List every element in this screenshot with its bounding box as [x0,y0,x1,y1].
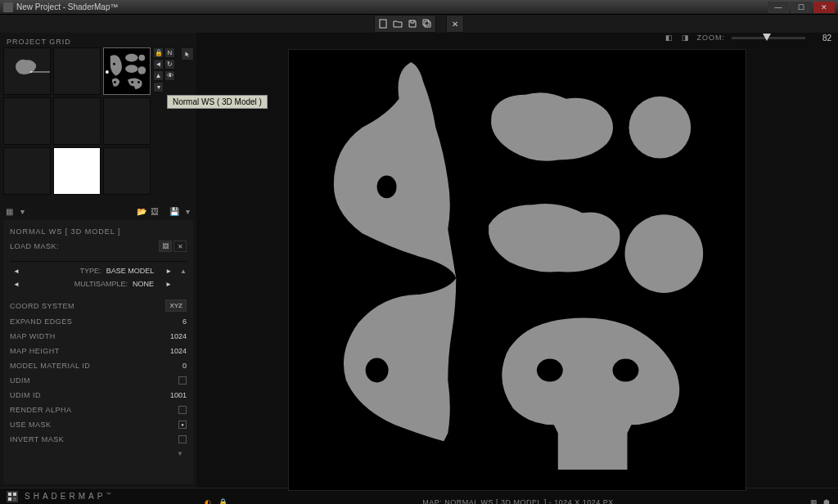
map-info-text: MAP: NORMAL WS [ 3D MODEL ] - 1024 X 102… [422,498,613,504]
zoom-value: 82 [812,34,831,43]
map-height-label: MAP HEIGHT [10,347,60,355]
grid-cell-2-0[interactable] [3,147,51,195]
svg-point-18 [537,359,563,382]
invert-mask-label: INVERT MASK [10,435,64,443]
svg-point-11 [137,81,140,83]
menu-icon[interactable]: ▾ [153,82,164,92]
multisample-value: NONE [133,280,162,288]
grid-cell-2-1[interactable] [53,147,101,195]
grid-cell-1-0[interactable] [3,97,51,145]
grid-cell-tooltip: Normal WS ( 3D Model ) [167,95,268,109]
save-button[interactable] [406,17,419,30]
map-canvas[interactable] [288,49,746,491]
svg-rect-22 [8,497,11,501]
grid-side-tools: 🔒 N ◄ ↻ ▲ 👁 ▾ [153,47,175,197]
properties-panel: NORMAL WS [ 3D MODEL ] LOAD MASK: 🖼 ✕ ◄ … [3,220,193,484]
model-material-value[interactable]: 0 [182,362,187,370]
expand-edges-value[interactable]: 6 [182,317,187,326]
props-dropdown-icon[interactable]: ▾ [182,205,193,217]
udim-label: UDIM [10,376,30,385]
svg-point-6 [138,55,145,61]
svg-point-17 [625,214,704,293]
app-logo-icon[interactable] [7,491,18,502]
svg-point-4 [113,63,115,65]
titlebar: New Project - ShaderMap™ — ☐ ✕ [0,0,838,15]
zoom-slider[interactable] [732,37,805,39]
map-width-label: MAP WIDTH [10,332,56,340]
udim-id-value[interactable]: 1001 [170,391,187,399]
viewport-mode-2d[interactable]: ▦ [809,497,818,504]
udim-checkbox[interactable] [178,376,187,385]
window-title: New Project - ShaderMap™ [16,2,768,11]
properties-title: NORMAL WS [ 3D MODEL ] [10,225,187,238]
settings-button[interactable]: ✕ [448,17,462,30]
folder-open-icon[interactable]: 📂 [136,205,147,217]
grid-view-icon[interactable]: ▦ [3,205,15,217]
open-file-button[interactable] [391,17,404,30]
multisample-prev-arrow[interactable]: ◄ [10,281,23,288]
expand-edges-label: EXPAND EDGES [10,317,72,326]
grid-cell-1-1[interactable] [53,97,101,145]
app-icon [3,2,13,12]
svg-point-10 [131,81,133,83]
model-material-label: MODEL MATERIAL ID [10,362,90,370]
color-indicator-icon[interactable]: ◐ [203,497,213,504]
project-grid-label: PROJECT GRID [3,36,193,47]
new-file-button[interactable] [376,17,390,30]
brand-text: SHADERMAP™ [25,492,110,501]
viewport: ◧ ◨ ZOOM: 82 [196,33,838,488]
dropdown-icon[interactable]: ▾ [16,205,28,217]
type-value: BASE MODEL [106,267,163,275]
back-icon[interactable]: ◄ [153,59,164,70]
viewport-tool-2[interactable]: ◨ [681,33,691,43]
lock-icon[interactable]: 🔒 [153,47,164,58]
svg-point-7 [125,65,137,73]
zoom-label: ZOOM: [697,34,726,42]
svg-rect-23 [13,497,16,501]
multisample-next-arrow[interactable]: ► [162,281,175,288]
svg-rect-20 [8,493,11,496]
grid-cell-2-2[interactable] [103,147,151,195]
type-label: TYPE: [23,267,106,275]
udim-id-label: UDIM ID [10,391,41,399]
render-alpha-checkbox[interactable] [178,406,187,414]
main-toolbar: ✕ [0,15,838,33]
maximize-button[interactable]: ☐ [791,2,812,13]
grid-cell-0-2[interactable] [103,47,151,95]
coord-system-value[interactable]: XYZ [165,299,187,312]
cursor-tool[interactable] [181,47,194,61]
close-button[interactable]: ✕ [813,2,835,13]
use-mask-checkbox[interactable] [178,421,187,429]
grid-cell-1-2[interactable] [103,97,151,145]
load-mask-label: LOAD MASK: [10,242,59,250]
minimize-button[interactable]: — [768,2,789,13]
viewport-tool-1[interactable]: ◧ [665,33,674,43]
load-mask-button[interactable]: 🖼 [159,241,172,252]
save-all-button[interactable] [421,17,434,30]
lock-footer-icon[interactable]: 🔒 [218,497,228,504]
invert-mask-checkbox[interactable] [178,435,187,443]
map-height-value[interactable]: 1024 [170,347,187,355]
svg-point-9 [114,81,116,83]
expand-properties-arrow[interactable]: ▼ [10,447,187,461]
svg-point-8 [138,66,146,74]
grid-cell-0-0[interactable] [3,47,51,95]
save-props-icon[interactable]: 💾 [169,205,180,217]
map-width-value[interactable]: 1024 [170,332,187,340]
normal-mode-icon[interactable]: N [164,47,175,58]
up-icon[interactable]: ▲ [153,70,164,81]
svg-point-12 [106,70,109,74]
clear-mask-button[interactable]: ✕ [173,241,187,252]
svg-point-14 [377,175,397,198]
grid-cell-0-1[interactable] [53,47,101,95]
viewport-mode-3d[interactable]: ⬢ [822,497,831,504]
render-alpha-label: RENDER ALPHA [10,406,72,414]
refresh-icon[interactable]: ↻ [164,59,175,70]
eye-icon[interactable]: 👁 [164,70,175,81]
image-icon[interactable]: 🖼 [149,205,160,217]
type-next-arrow[interactable]: ► [162,268,175,275]
zoom-handle[interactable] [763,34,771,41]
type-prev-arrow[interactable]: ◄ [10,268,23,275]
svg-point-19 [613,359,639,382]
collapse-arrow[interactable]: ▲ [180,268,187,275]
